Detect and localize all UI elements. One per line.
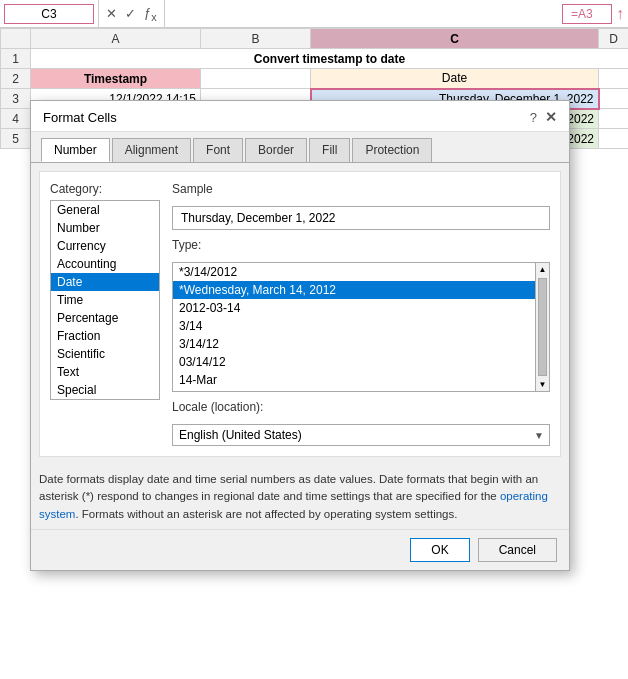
type-item-3[interactable]: 2012-03-14 [173,299,535,317]
formula-arrow-icon: ↑ [616,5,624,23]
category-item-date[interactable]: Date [51,273,159,291]
category-item-general[interactable]: General [51,201,159,219]
cell-d2[interactable] [599,69,629,89]
scrollbar-down-arrow[interactable]: ▼ [536,378,549,391]
tab-protection[interactable]: Protection [352,138,432,162]
category-item-number[interactable]: Number [51,219,159,237]
cell-title[interactable]: Convert timestamp to date [31,49,629,69]
row-header-5: 5 [1,129,31,149]
row-header-3: 3 [1,89,31,109]
type-item-6[interactable]: 03/14/12 [173,353,535,371]
scrollbar-up-arrow[interactable]: ▲ [536,263,549,276]
category-item-special[interactable]: Special [51,381,159,399]
description-text: Date formats display date and time seria… [39,465,561,529]
tab-fill[interactable]: Fill [309,138,350,162]
category-section: Category: General Number Currency Accoun… [50,182,550,446]
category-item-text[interactable]: Text [51,363,159,381]
cell-a2[interactable]: Timestamp [31,69,201,89]
right-panel: Sample Thursday, December 1, 2022 Type: … [172,182,550,446]
formula-bar-icons: ✕ ✓ ƒx [98,0,165,27]
type-list[interactable]: *3/14/2012 *Wednesday, March 14, 2012 20… [172,262,536,392]
category-item-custom[interactable]: Custom [51,399,159,400]
sample-box: Thursday, December 1, 2022 [172,206,550,230]
table-row: 2 Timestamp Date [1,69,629,89]
tab-border[interactable]: Border [245,138,307,162]
category-list-container: Category: General Number Currency Accoun… [50,182,160,446]
cancel-formula-icon[interactable]: ✕ [103,6,120,21]
category-item-accounting[interactable]: Accounting [51,255,159,273]
format-cells-dialog: Format Cells ? ✕ Number Alignment Font B… [30,100,570,571]
description-link: operating system [39,490,548,519]
locale-label: Locale (location): [172,400,550,414]
col-header-c[interactable]: C [311,29,599,49]
table-row: 1 Convert timestamp to date [1,49,629,69]
locale-wrapper: English (United States) ▼ [172,424,550,446]
type-scrollbar[interactable]: ▲ ▼ [536,262,550,392]
dialog-titlebar: Format Cells ? ✕ [31,101,569,132]
type-item-4[interactable]: 3/14 [173,317,535,335]
dialog-help-button[interactable]: ? [530,110,537,125]
category-item-scientific[interactable]: Scientific [51,345,159,363]
tab-font[interactable]: Font [193,138,243,162]
col-header-empty [1,29,31,49]
type-item-2[interactable]: *Wednesday, March 14, 2012 [173,281,535,299]
insert-function-icon[interactable]: ƒx [141,5,160,23]
locale-select[interactable]: English (United States) [172,424,550,446]
col-header-d[interactable]: D [599,29,629,49]
dialog-tabs: Number Alignment Font Border Fill Protec… [31,132,569,163]
cancel-button[interactable]: Cancel [478,538,557,562]
dialog-close-button[interactable]: ✕ [545,109,557,125]
cell-c2[interactable]: Date [311,69,599,89]
category-item-percentage[interactable]: Percentage [51,309,159,327]
cell-b2[interactable] [201,69,311,89]
dialog-content: Category: General Number Currency Accoun… [39,171,561,457]
category-list[interactable]: General Number Currency Accounting Date … [50,200,160,400]
type-item-5[interactable]: 3/14/12 [173,335,535,353]
row-header-1: 1 [1,49,31,69]
dialog-controls: ? ✕ [530,109,557,125]
type-item-7[interactable]: 14-Mar [173,371,535,389]
tab-number[interactable]: Number [41,138,110,162]
category-item-fraction[interactable]: Fraction [51,327,159,345]
formula-value: =A3 [562,4,612,24]
cell-d3[interactable] [599,89,629,109]
row-header-2: 2 [1,69,31,89]
type-item-1[interactable]: *3/14/2012 [173,263,535,281]
category-label: Category: [50,182,160,196]
dialog-footer: OK Cancel [31,529,569,570]
dialog-title: Format Cells [43,110,117,125]
sample-label: Sample [172,182,550,196]
category-item-currency[interactable]: Currency [51,237,159,255]
col-header-b[interactable]: B [201,29,311,49]
cell-d4[interactable] [599,109,629,129]
name-box[interactable]: C3 [4,4,94,24]
row-header-4: 4 [1,109,31,129]
type-list-wrapper: *3/14/2012 *Wednesday, March 14, 2012 20… [172,262,550,392]
confirm-formula-icon[interactable]: ✓ [122,6,139,21]
formula-bar: C3 ✕ ✓ ƒx =A3 ↑ [0,0,628,28]
col-header-a[interactable]: A [31,29,201,49]
cell-d5[interactable] [599,129,629,149]
type-label: Type: [172,238,550,252]
category-item-time[interactable]: Time [51,291,159,309]
ok-button[interactable]: OK [410,538,469,562]
tab-alignment[interactable]: Alignment [112,138,191,162]
scrollbar-thumb[interactable] [538,278,547,376]
